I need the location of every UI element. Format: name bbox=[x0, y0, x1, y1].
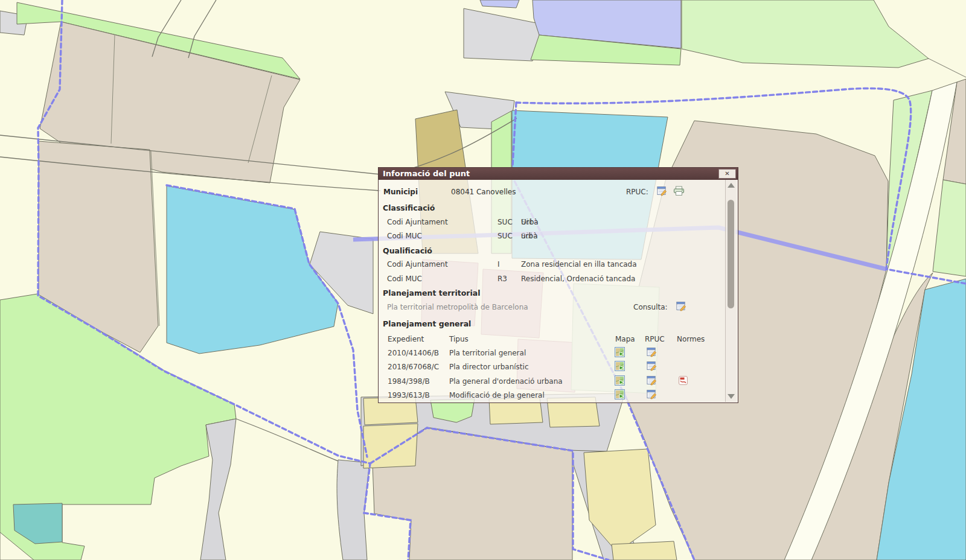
rpuc-doc-icon[interactable] bbox=[647, 347, 658, 357]
expedient-cell: 1993/613/B bbox=[388, 391, 430, 399]
scrollbar[interactable] bbox=[725, 180, 736, 402]
plan-row: 1984/398/BPla general d'ordenació urbana bbox=[379, 377, 738, 389]
info-popup: Informació del punt ✕ Municipi 08041 Can… bbox=[378, 167, 738, 403]
expedient-cell: 2018/67068/C bbox=[388, 363, 439, 371]
scroll-up-arrow[interactable] bbox=[728, 183, 735, 188]
rpuc-doc-icon[interactable] bbox=[647, 389, 658, 399]
mapa-icon[interactable] bbox=[615, 361, 626, 371]
plan-row: 2018/67068/CPla director urbanístic bbox=[379, 363, 738, 375]
scroll-thumb[interactable] bbox=[728, 200, 734, 308]
tipus-cell: Modificació de pla general bbox=[449, 391, 545, 399]
scroll-down-arrow[interactable] bbox=[728, 394, 735, 399]
mapa-icon[interactable] bbox=[615, 375, 626, 386]
tipus-cell: Pla territorial general bbox=[449, 349, 526, 357]
expedient-cell: 2010/41406/B bbox=[388, 349, 439, 357]
muc-map-viewer: Informació del punt ✕ Municipi 08041 Can… bbox=[0, 0, 966, 560]
rpuc-doc-icon[interactable] bbox=[647, 375, 658, 386]
mapa-icon[interactable] bbox=[615, 389, 626, 399]
mapa-icon[interactable] bbox=[615, 347, 626, 357]
planejament-general-rows: 2010/41406/BPla territorial general2018/… bbox=[379, 168, 738, 402]
plan-row: 2010/41406/BPla territorial general bbox=[379, 349, 738, 361]
rpuc-doc-icon[interactable] bbox=[647, 361, 658, 371]
tipus-cell: Pla director urbanístic bbox=[449, 363, 528, 371]
expedient-cell: 1984/398/B bbox=[388, 377, 430, 386]
plan-row: 1993/613/BModificació de pla general bbox=[379, 391, 738, 403]
normes-pdf-icon[interactable] bbox=[678, 375, 689, 386]
tipus-cell: Pla general d'ordenació urbana bbox=[449, 377, 563, 386]
